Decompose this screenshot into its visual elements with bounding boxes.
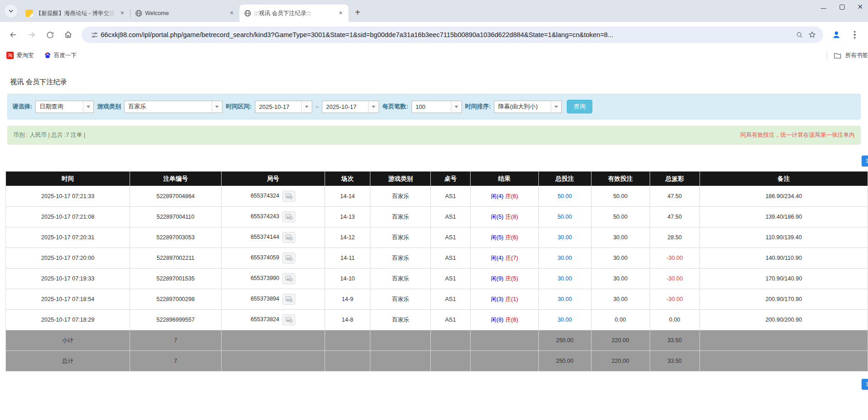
browser-window: { "browser": { "tabs": [ { "title": "【新提…: [0, 0, 868, 420]
cell-table-no: AS1: [431, 310, 471, 330]
cell-valid-bet: 30.00: [591, 269, 650, 289]
video-replay-button[interactable]: [282, 253, 295, 264]
close-tab-icon[interactable]: ×: [118, 9, 126, 17]
video-replay-button[interactable]: [282, 191, 295, 202]
date-to-select[interactable]: 2025-10-17: [322, 101, 379, 113]
game-type-value: 百家乐: [125, 101, 212, 113]
cell-total-bet: 30.00: [538, 310, 591, 330]
cell-round-id: 655373894: [221, 289, 325, 310]
maximize-button[interactable]: [839, 4, 845, 10]
taobao-icon: 淘: [6, 52, 14, 59]
cell-bet-id: 522897003053: [130, 227, 222, 248]
cell-payout: 28.50: [650, 227, 700, 248]
browser-menu-button[interactable]: [847, 27, 863, 43]
game-type-select[interactable]: 百家乐: [124, 101, 222, 113]
table-footer-row: 小计7250.00220.0033.50: [6, 330, 868, 351]
browser-tab-welcome[interactable]: Welcome ×: [130, 5, 239, 22]
result-banker: 庄(6): [505, 234, 518, 241]
cell-total-bet: 30.00: [538, 248, 591, 269]
video-replay-button[interactable]: [282, 232, 295, 243]
reload-button[interactable]: [42, 27, 58, 43]
cell-payout: 0.00: [650, 310, 700, 330]
result-banker: 庄(6): [505, 193, 518, 199]
close-tab-icon[interactable]: ×: [228, 9, 236, 17]
result-player: 闲(4): [491, 193, 504, 199]
profile-avatar[interactable]: [829, 27, 844, 43]
total-bet-link[interactable]: 30.00: [558, 255, 572, 261]
date-from-select[interactable]: 2025-10-17: [255, 101, 312, 113]
zoom-icon[interactable]: [793, 28, 806, 41]
result-banker: 庄(8): [505, 214, 518, 220]
total-bet-link[interactable]: 30.00: [558, 296, 572, 302]
bookmark-baidu[interactable]: 百度一下: [44, 52, 77, 59]
tab-strip: 【新提醒】海燕论坛 - 博学交流 × Welcome × :::视讯 会员下注纪…: [0, 0, 868, 22]
video-replay-icon: [285, 193, 293, 199]
page-button-1[interactable]: 1: [862, 379, 868, 390]
total-bet-link[interactable]: 30.00: [558, 275, 572, 282]
forward-button[interactable]: [24, 27, 39, 43]
cell-payout: 47.50: [650, 207, 700, 227]
cell-remark: 200.90/170.90: [700, 289, 868, 310]
browser-tab-betrecord-active[interactable]: :::视讯 会员下注纪录::: ×: [239, 5, 348, 22]
footer-cell-5: [431, 330, 471, 351]
bookmark-star-icon[interactable]: [806, 28, 819, 41]
result-player: 闲(8): [491, 317, 504, 323]
back-button[interactable]: [5, 27, 21, 43]
video-replay-button[interactable]: [282, 314, 295, 325]
url-text[interactable]: 66cxkj98.com/ipl/portal.php/game/betreco…: [101, 31, 793, 38]
site-settings-icon[interactable]: [88, 28, 101, 41]
video-replay-button[interactable]: [282, 294, 295, 305]
video-replay-icon: [285, 255, 293, 261]
footer-cell-10: [700, 351, 868, 372]
chevron-down-icon[interactable]: [301, 101, 312, 113]
browser-tab-forum[interactable]: 【新提醒】海燕论坛 - 博学交流 ×: [21, 5, 130, 22]
cell-round-id: 655374144: [221, 227, 325, 248]
cell-valid-bet: 50.00: [591, 186, 650, 207]
payout-value: 47.50: [667, 214, 682, 220]
tab-search-button[interactable]: [5, 5, 17, 17]
total-bet-link[interactable]: 30.00: [558, 234, 572, 241]
chevron-down-icon[interactable]: [83, 101, 93, 113]
page-size-select[interactable]: 100: [412, 101, 462, 113]
page-button-1[interactable]: 1: [862, 156, 868, 167]
browser-toolbar: 66cxkj98.com/ipl/portal.php/game/betreco…: [0, 22, 868, 48]
close-window-button[interactable]: ✕: [857, 4, 863, 10]
query-type-select[interactable]: 日期查询: [35, 101, 94, 113]
minimize-button[interactable]: [820, 4, 827, 10]
tab-title: Welcome: [145, 10, 225, 16]
video-replay-button[interactable]: [282, 211, 295, 222]
chevron-down-icon[interactable]: [368, 101, 379, 113]
cell-round-id: 655374243: [221, 207, 325, 227]
payout-value: 28.50: [667, 234, 682, 241]
sort-value: 降幕(由大到小): [494, 101, 551, 113]
cell-remark: 110.90/139.40: [700, 227, 868, 248]
sort-select[interactable]: 降幕(由大到小): [494, 101, 562, 113]
address-bar[interactable]: 66cxkj98.com/ipl/portal.php/game/betreco…: [81, 27, 823, 43]
close-tab-icon[interactable]: ×: [336, 9, 345, 17]
table-row: 2025-10-17 07:18:29522896999557655373824…: [6, 310, 868, 330]
table-header-row: 时间注单编号局号场次游戏类别桌号结果总投注有效投注总派彩备注: [6, 172, 868, 186]
new-tab-button[interactable]: +: [351, 6, 364, 19]
video-replay-button[interactable]: [282, 273, 295, 284]
sort-label: 时间排序:: [465, 102, 491, 111]
bookmark-aitaobao[interactable]: 淘 爱淘宝: [6, 52, 34, 59]
result-banker: 庄(1): [505, 296, 518, 302]
home-button[interactable]: [60, 27, 76, 43]
cell-game-type: 百家乐: [370, 289, 431, 310]
pagination-top: 1: [0, 156, 868, 167]
chevron-down-icon[interactable]: [212, 101, 222, 113]
total-bet-link[interactable]: 30.00: [558, 317, 572, 323]
range-separator: ~: [315, 103, 319, 110]
chevron-down-icon[interactable]: [551, 101, 561, 113]
total-bet-link[interactable]: 50.00: [558, 214, 572, 220]
all-bookmarks[interactable]: 所有书签: [827, 51, 868, 59]
video-replay-icon: [285, 234, 293, 241]
cell-table-no: AS1: [431, 207, 471, 227]
cell-session: 14-9: [325, 289, 370, 310]
currency-total-text: 币别 : 人民币 | 总共 :7 注单 |: [13, 131, 85, 139]
search-button[interactable]: 查询: [567, 100, 592, 113]
cell-game-type: 百家乐: [370, 269, 431, 289]
total-bet-link[interactable]: 50.00: [558, 193, 572, 199]
cell-total-bet: 30.00: [538, 289, 591, 310]
chevron-down-icon[interactable]: [451, 101, 461, 113]
